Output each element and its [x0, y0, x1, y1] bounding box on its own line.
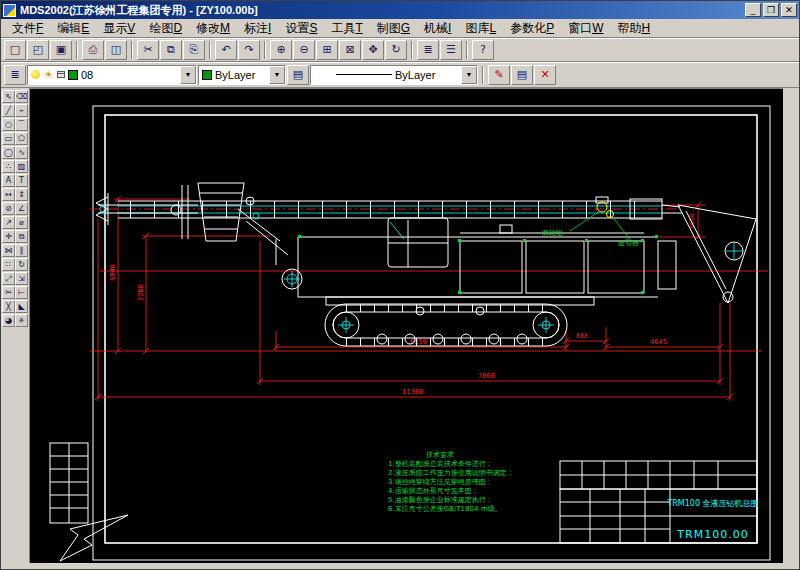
dim-rear-overhang: 4645 [650, 338, 667, 346]
layer-chevron-down-icon[interactable]: ▼ [180, 66, 196, 84]
arc-icon[interactable]: ⌒ [15, 118, 28, 131]
select-icon[interactable]: ⇖ [2, 90, 15, 103]
explode-icon[interactable]: ✳ [15, 314, 28, 327]
redraw-icon[interactable]: ↻ [385, 40, 407, 60]
copy-object-icon[interactable]: ⧉ [15, 230, 28, 243]
erase-icon[interactable]: ⌫ [15, 90, 28, 103]
print-icon[interactable]: ⎙ [82, 40, 104, 60]
dim-linear-icon[interactable]: ↔ [2, 188, 15, 201]
linetype-manager-icon[interactable]: ▤ [511, 65, 533, 85]
note-line: 1.整机装配按总装技术条件进行； [388, 460, 493, 468]
menu-draw[interactable]: 绘图D [142, 19, 189, 38]
canvas-frame: 6850 888 4645 7060 11360 3040 2200 1650 [29, 88, 799, 570]
menu-drafting[interactable]: 制图G [370, 19, 417, 38]
minimize-button[interactable]: _ [745, 3, 761, 17]
dim-left-outer: 3040 [109, 264, 117, 281]
zoom-extents-icon[interactable]: ⊠ [339, 40, 361, 60]
menu-edit[interactable]: 编辑E [50, 19, 96, 38]
menu-settings[interactable]: 设置S [278, 19, 324, 38]
stretch-icon[interactable]: ⇲ [15, 272, 28, 285]
print-preview-icon[interactable]: ◫ [105, 40, 127, 60]
drawing-canvas[interactable]: 6850 888 4645 7060 11360 3040 2200 1650 [29, 88, 783, 563]
erase-icon[interactable]: ✕ [534, 65, 556, 85]
leader-icon[interactable]: ↗ [2, 216, 15, 229]
menu-window[interactable]: 窗口W [561, 19, 610, 38]
close-button[interactable]: ✕ [781, 3, 797, 17]
extend-icon[interactable]: ⊢ [15, 286, 28, 299]
label-hoist: 提引器 [618, 239, 639, 247]
linetype-combo[interactable]: ByLayer ▼ [310, 65, 478, 85]
title-block-product: TRM100 全液压钻机总图 [666, 499, 758, 508]
linetype-button-icon[interactable]: ▤ [287, 65, 309, 85]
mtext-icon[interactable]: A [2, 174, 15, 187]
dtext-icon[interactable]: T [15, 174, 28, 187]
note-line: 3.钢丝绳穿绕方法见穿绳原理图； [388, 477, 493, 486]
undo-icon[interactable]: ↶ [215, 40, 237, 60]
ellipse-icon[interactable]: ◯ [2, 146, 15, 159]
menu-dimension[interactable]: 标注I [237, 19, 278, 38]
properties-toolbar: ≣ ☀ 08 ▼ ByLayer ▼ ▤ ByLayer ▼ ✎▤✕ [1, 62, 799, 88]
rotate-icon[interactable]: ↻ [15, 258, 28, 271]
chamfer-icon[interactable]: ◣ [15, 300, 28, 313]
menu-file[interactable]: 文件F [5, 19, 50, 38]
toolbar-separator [411, 41, 413, 59]
linetype-chevron-down-icon[interactable]: ▼ [461, 66, 477, 84]
line-icon[interactable]: ╱ [2, 104, 15, 117]
maximize-button[interactable]: ❐ [763, 3, 779, 17]
dim-vertical-icon[interactable]: ↕ [15, 188, 28, 201]
break-icon[interactable]: ╳ [2, 300, 15, 313]
circle-icon[interactable]: ○ [2, 118, 15, 131]
note-line: 技术要求 [425, 451, 454, 459]
menu-modify[interactable]: 修改M [189, 19, 237, 38]
scale-icon[interactable]: ⤢ [2, 272, 15, 285]
menu-library[interactable]: 图库L [458, 19, 503, 38]
toolbar-separator [209, 41, 211, 59]
dim-radius-icon[interactable]: ⊘ [2, 202, 15, 215]
dim-diameter-icon[interactable]: ⌀ [15, 216, 28, 229]
color-chevron-down-icon[interactable]: ▼ [269, 66, 285, 84]
open-icon[interactable]: ◰ [27, 40, 49, 60]
menu-tools[interactable]: 工具T [324, 19, 369, 38]
redo-icon[interactable]: ↷ [238, 40, 260, 60]
menu-mechanical[interactable]: 机械I [417, 19, 458, 38]
layer-manager-icon[interactable]: ≣ [417, 40, 439, 60]
match-properties-icon[interactable]: ✎ [488, 65, 510, 85]
rectangle-icon[interactable]: ▭ [2, 132, 15, 145]
layer-manager-icon[interactable]: ≣ [4, 65, 26, 85]
offset-icon[interactable]: ∥ [15, 244, 28, 257]
note-line: 6.未注尺寸公差按GB/T1804-m级。 [388, 504, 502, 513]
zoom-window-icon[interactable]: ⊞ [316, 40, 338, 60]
polyline-icon[interactable]: ⌁ [15, 104, 28, 117]
copy-icon[interactable]: ⧉ [160, 40, 182, 60]
cut-icon[interactable]: ✂ [137, 40, 159, 60]
pan-icon[interactable]: ✥ [362, 40, 384, 60]
leader-labels: 滑轮组 提引器 [541, 211, 639, 247]
menu-parametric[interactable]: 参数化P [503, 19, 561, 38]
array-icon[interactable]: ∷ [2, 258, 15, 271]
paste-icon[interactable]: ⎘ [183, 40, 205, 60]
polygon-icon[interactable]: ⬠ [15, 132, 28, 145]
color-combo[interactable]: ByLayer ▼ [198, 65, 286, 85]
dim-track-length: 6850 [410, 338, 427, 346]
zoom-in-icon[interactable]: ⊕ [270, 40, 292, 60]
mirror-icon[interactable]: ⋈ [2, 244, 15, 257]
fillet-icon[interactable]: ◕ [2, 314, 15, 327]
new-icon[interactable]: □ [4, 40, 26, 60]
menu-view[interactable]: 显示V [96, 19, 142, 38]
current-color-value: ByLayer [215, 69, 255, 81]
main-area: ⇖⌫╱⌁○⌒▭⬠◯∿∴▨AT↔↕⊘∠↗⌀✛⧉⋈∥∷↻⤢⇲✂⊢╳◣◕✳ 6850 [1, 88, 799, 570]
label-sheave: 滑轮组 [541, 229, 563, 237]
object-properties-icon[interactable]: ☰ [440, 40, 462, 60]
layer-combo[interactable]: ☀ 08 ▼ [27, 65, 197, 85]
menu-help[interactable]: 帮助H [610, 19, 657, 38]
help-icon[interactable]: ? [472, 40, 494, 60]
point-icon[interactable]: ∴ [2, 160, 15, 173]
spline-icon[interactable]: ∿ [15, 146, 28, 159]
move-icon[interactable]: ✛ [2, 230, 15, 243]
hatch-icon[interactable]: ▨ [15, 160, 28, 173]
zoom-out-icon[interactable]: ⊖ [293, 40, 315, 60]
trim-icon[interactable]: ✂ [2, 286, 15, 299]
dim-angular-icon[interactable]: ∠ [15, 202, 28, 215]
note-line: 4.运输状态外形尺寸见本图； [388, 487, 479, 495]
save-icon[interactable]: ▣ [50, 40, 72, 60]
